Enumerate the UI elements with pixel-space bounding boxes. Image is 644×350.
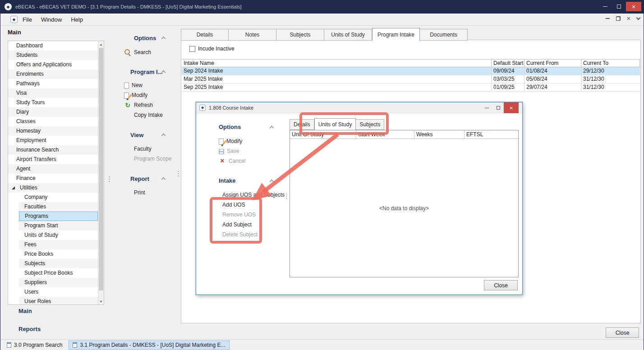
tab-units-of-study[interactable]: Units of Study [324, 29, 372, 41]
section-header-program[interactable]: Program I... [130, 69, 163, 75]
sidebar-item-user-roles[interactable]: User Roles [19, 297, 98, 305]
modal-tab-details[interactable]: Details [290, 119, 314, 130]
scrollbar-thumb[interactable] [99, 48, 103, 290]
sidebar-item-study-tours[interactable]: Study Tours [8, 98, 98, 107]
column-header-unit-of-study[interactable]: Unit Of Study [290, 130, 356, 138]
sidebar-item-finance[interactable]: Finance [8, 174, 98, 183]
taskbar-item-program-search[interactable]: 3.0 Program Search [3, 341, 66, 350]
modal-section-intake[interactable]: Intake [219, 177, 236, 184]
column-header-default-start[interactable]: Default Start [492, 60, 524, 67]
sidebar-item-insurance-search[interactable]: Insurance Search [8, 145, 98, 155]
sidebar-item-faculties[interactable]: Faculties [19, 202, 98, 212]
splitter-handle[interactable]: ⋮ [106, 178, 113, 180]
close-button[interactable]: Close [606, 327, 639, 338]
sidebar-item-users[interactable]: Users [19, 287, 98, 297]
refresh-button[interactable]: ↻ Refresh [124, 100, 153, 110]
sidebar-item-visa[interactable]: Visa [8, 88, 98, 98]
modal-tab-units-of-study[interactable]: Units of Study [314, 118, 356, 130]
section-header-options[interactable]: Options [134, 35, 156, 41]
tab-subjects[interactable]: Subjects [276, 29, 324, 41]
collapse-chevron-icon[interactable] [270, 180, 274, 184]
sidebar-item-airport-transfers[interactable]: Airport Transfers [8, 155, 98, 164]
new-button[interactable]: New [124, 80, 143, 90]
modal-minimize-button[interactable] [481, 102, 492, 113]
sidebar-item-agent[interactable]: Agent [8, 164, 98, 174]
sidebar-item-fees[interactable]: Fees [19, 240, 98, 249]
column-header-intake-name[interactable]: Intake Name [182, 60, 492, 67]
sidebar-item-pathways[interactable]: Pathways [8, 79, 98, 88]
sidebar-item-homestay[interactable]: Homestay [8, 126, 98, 136]
modal-close-window-button[interactable]: × [504, 102, 519, 113]
include-inactive-checkbox[interactable]: Incude Inactive [189, 46, 235, 52]
modal-maximize-button[interactable] [492, 102, 504, 113]
add-subject-button[interactable]: Add Subject [222, 220, 252, 230]
scroll-up-icon[interactable]: ▲ [98, 41, 104, 47]
mdi-chevron-down-icon[interactable] [636, 16, 641, 20]
column-header-start-week[interactable]: Start Week [356, 130, 414, 138]
search-button[interactable]: Search [124, 47, 151, 57]
sidebar-item-classes[interactable]: Classes [8, 117, 98, 126]
tab-program-intake[interactable]: Program Intake [372, 28, 420, 41]
close-window-button[interactable]: × [626, 2, 641, 11]
splitter-handle[interactable]: ⋮ [283, 195, 290, 198]
menu-file[interactable]: File [18, 14, 36, 25]
add-uos-button[interactable]: Add UOS [222, 200, 245, 210]
menu-window[interactable]: Window [37, 14, 66, 25]
mdi-minimize-icon[interactable] [606, 18, 610, 19]
mdi-close-icon[interactable]: × [627, 16, 630, 21]
faculty-button[interactable]: Faculty [124, 144, 152, 154]
tab-details[interactable]: Details [181, 29, 229, 41]
sidebar-item-utilities[interactable]: Utilities [8, 183, 98, 193]
column-header-current-to[interactable]: Current To [581, 60, 640, 67]
scroll-down-icon[interactable]: ▼ [98, 298, 104, 304]
sidebar-item-enrolments[interactable]: Enrolments [8, 69, 98, 79]
tab-notes[interactable]: Notes [229, 29, 276, 41]
remove-uos-button[interactable]: Remove UOS [222, 210, 256, 220]
maximize-button[interactable] [612, 2, 626, 11]
sidebar-item-price-books[interactable]: Price Books [19, 249, 98, 259]
assign-uos-and-subjects-button[interactable]: Assign UOS and Subjects [222, 190, 285, 200]
menu-help[interactable]: Help [67, 14, 87, 25]
sidebar-item-employment[interactable]: Employment [8, 136, 98, 145]
modal-tab-subjects[interactable]: Subjects [356, 119, 384, 130]
collapse-chevron-icon[interactable] [161, 177, 166, 182]
collapse-chevron-icon[interactable] [161, 134, 166, 138]
modal-titlebar[interactable]: ◆ 1.808 Course Intake × [196, 102, 522, 113]
taskbar-item-program-details[interactable]: 3.1 Program Details - DMKESS - [UoS] Dig… [69, 341, 229, 350]
delete-subject-button[interactable]: Delete Subject [222, 230, 258, 239]
sidebar-item-subjects[interactable]: Subjects [19, 259, 98, 268]
print-button[interactable]: Print [124, 188, 145, 198]
modal-cancel-button[interactable]: × Cancel [219, 156, 245, 166]
table-row[interactable]: Sep 2024 Intake 09/09/24 01/08/24 29/12/… [182, 67, 640, 75]
modal-modify-button[interactable]: Modify [219, 136, 242, 146]
sidebar-item-diary[interactable]: Diary [8, 107, 98, 117]
sidebar-item-units-of-study[interactable]: Units of Study [19, 230, 98, 240]
column-header-weeks[interactable]: Weeks [414, 130, 465, 138]
sidebar-item-company[interactable]: Company [19, 193, 98, 202]
section-header-view[interactable]: View [130, 132, 143, 138]
table-row[interactable]: Sep 2025 Intake 01/09/25 29/07/24 31/12/… [182, 83, 640, 92]
mdi-restore-icon[interactable] [616, 16, 621, 21]
sidebar-item-suppliers[interactable]: Suppliers [19, 278, 98, 287]
nav-group-main[interactable]: Main [18, 308, 32, 314]
collapse-chevron-icon[interactable] [270, 126, 274, 130]
nav-group-reports[interactable]: Reports [18, 326, 41, 332]
sidebar-item-program-start[interactable]: Program Start [19, 221, 98, 230]
sidebar-item-students[interactable]: Students [8, 51, 98, 60]
table-row[interactable]: Mar 2025 Intake 03/03/25 05/08/24 31/12/… [182, 75, 640, 83]
modal-save-button[interactable]: Save [219, 146, 239, 156]
collapse-chevron-icon[interactable] [161, 37, 166, 41]
sidebar-item-subject-price-books[interactable]: Subject Price Books [19, 268, 98, 278]
tab-documents[interactable]: Documents [420, 29, 468, 41]
column-header-eftsl[interactable]: EFTSL [465, 130, 518, 138]
column-header-current-from[interactable]: Current From [524, 60, 581, 67]
sidebar-item-programs[interactable]: Programs [19, 212, 98, 221]
minimize-button[interactable] [598, 2, 612, 11]
copy-intake-button[interactable]: Copy Intake [124, 110, 163, 120]
program-scope-button[interactable]: Program Scope [124, 154, 171, 164]
sidebar-item-dashboard[interactable]: Dashboard [8, 41, 98, 51]
section-header-report[interactable]: Report [130, 175, 149, 182]
modal-close-button[interactable]: Close [484, 280, 518, 290]
modify-button[interactable]: Modify [124, 90, 147, 100]
sidebar-scrollbar[interactable]: ▲ ▼ [98, 41, 104, 304]
